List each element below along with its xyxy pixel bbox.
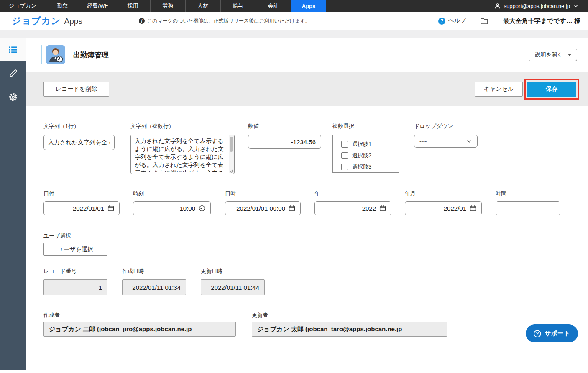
field-year: 年 2022 — [314, 190, 391, 215]
divider — [473, 16, 473, 26]
date-input[interactable]: 2022/01/01 — [43, 201, 120, 215]
field-duration: 時間 — [496, 190, 560, 215]
field-year-month: 年月 2022/01 — [405, 190, 482, 215]
screen: ジョブカン 勤怠 経費/WF 採用 労務 人材 給与 会計 Apps suppo… — [0, 0, 588, 373]
top-nav: ジョブカン 勤怠 経費/WF 採用 労務 人材 給与 会計 Apps suppo… — [0, 0, 588, 12]
chevron-down-icon — [466, 138, 472, 144]
nav-tab-jinzai[interactable]: 人材 — [186, 0, 221, 12]
dropdown-select[interactable]: ---- — [414, 135, 478, 148]
nav-tab-kintai[interactable]: 勤怠 — [45, 0, 80, 12]
checkbox-option-1[interactable]: 選択肢1 — [341, 141, 399, 148]
field-label: 日時 — [225, 190, 301, 197]
field-label: 年 — [314, 190, 391, 197]
time-input[interactable]: 10:00 — [133, 201, 211, 215]
calendar-icon[interactable] — [379, 204, 386, 212]
account-menu[interactable]: support@apps.jobcan.ne.jp — [494, 0, 588, 12]
beta-note-text: このマークのついた機能は、正式版リリース後にご利用いただけます。 — [147, 18, 310, 25]
field-text-multi: 文字列（複数行） 入力された文字列を全て表示するように縦に広がる。入力された文字… — [130, 123, 235, 174]
checkbox-option-3[interactable]: 選択肢3 — [341, 163, 399, 171]
year-input[interactable]: 2022 — [314, 201, 391, 215]
field-label: 複数選択 — [332, 123, 399, 130]
help-link[interactable]: ? ヘルプ — [438, 17, 466, 25]
description-toggle-label: 説明を開く — [535, 51, 562, 59]
sidebar-item-settings[interactable] — [0, 85, 26, 109]
support-button[interactable]: ? サポート — [526, 324, 578, 342]
beta-note: i このマークのついた機能は、正式版リリース後にご利用いただけます。 — [139, 18, 310, 25]
account-name[interactable]: 最大全角十字までです… 様 — [503, 17, 580, 25]
text-single-input[interactable] — [43, 135, 115, 150]
field-label: 時刻 — [133, 190, 211, 197]
logo-text-en: Apps — [64, 17, 82, 26]
sidebar-item-records[interactable] — [0, 38, 26, 61]
duration-input[interactable] — [496, 201, 560, 215]
user-icon — [494, 3, 501, 10]
clock-icon[interactable] — [198, 204, 206, 212]
field-text-single: 文字列（1行） — [43, 123, 115, 150]
calendar-icon[interactable] — [107, 204, 115, 212]
header-divider-band — [0, 30, 588, 38]
field-datetime: 日時 2022/01/01 00:00 — [225, 190, 301, 215]
nav-tab-kaikei[interactable]: 会計 — [256, 0, 291, 12]
nav-tab-keihi-wf[interactable]: 経費/WF — [80, 0, 115, 12]
field-label: ドロップダウン — [414, 123, 478, 130]
support-label: サポート — [545, 330, 570, 337]
textarea-scrollbar-thumb[interactable] — [230, 137, 233, 152]
nav-tab-jobcan[interactable]: ジョブカン — [0, 0, 45, 12]
question-circle-icon: ? — [534, 330, 541, 337]
divider — [496, 16, 496, 26]
nav-tab-apps[interactable]: Apps — [291, 0, 326, 12]
user-select-button[interactable]: ユーザを選択 — [43, 243, 107, 256]
app-header-right: ? ヘルプ 最大全角十字までです… 様 — [438, 16, 588, 26]
help-icon: ? — [438, 18, 445, 25]
field-label: 日付 — [43, 190, 120, 197]
field-dropdown: ドロップダウン ---- — [414, 123, 478, 148]
folder-icon[interactable] — [480, 16, 489, 26]
title-accent-bar — [41, 45, 42, 64]
updated-at-value: 2022/01/11 01:44 — [201, 279, 265, 295]
delete-record-button[interactable]: レコードを削除 — [43, 82, 109, 97]
field-user-select: ユーザ選択 ユーザを選択 — [43, 232, 107, 256]
number-input[interactable] — [248, 135, 321, 149]
checkbox-icon[interactable] — [341, 141, 348, 148]
year-month-input[interactable]: 2022/01 — [405, 201, 482, 215]
checkbox-label: 選択肢2 — [352, 152, 371, 159]
record-number-value: 1 — [43, 279, 107, 295]
field-created-at: 作成日時 2022/01/11 01:34 — [122, 268, 186, 295]
description-toggle-button[interactable]: 説明を開く — [529, 49, 577, 61]
field-label: 数値 — [248, 123, 321, 130]
multiline-textarea[interactable]: 入力された文字列を全て表示するように縦に広がる。入力された文字列を全て表示するよ… — [130, 135, 235, 174]
field-label: ユーザ選択 — [43, 232, 107, 239]
nav-tab-roumu[interactable]: 労務 — [151, 0, 186, 12]
time-value: 10:00 — [179, 205, 195, 212]
pencil-icon — [8, 68, 19, 79]
checkbox-option-2[interactable]: 選択肢2 — [341, 152, 399, 159]
textarea-resize-handle[interactable] — [229, 169, 233, 173]
created-by-value: ジョブカン 二郎 (jobcan_jiro@apps.jobcan.ne.jp — [43, 322, 236, 337]
sidebar-item-edit[interactable] — [0, 61, 26, 85]
nav-tab-kyuyo[interactable]: 給与 — [221, 0, 256, 12]
save-button[interactable]: 保存 — [527, 82, 576, 97]
sidebar — [0, 38, 26, 370]
page-title-row: 出勤簿管理 説明を開く — [26, 38, 588, 72]
cancel-button[interactable]: キャンセル — [475, 82, 523, 97]
field-label: 作成日時 — [122, 268, 186, 275]
checkbox-label: 選択肢1 — [352, 141, 371, 148]
datetime-value: 2022/01/01 00:00 — [236, 205, 285, 212]
field-label: 文字列（複数行） — [130, 123, 235, 130]
textarea-scrollbar-track[interactable] — [229, 135, 234, 173]
datetime-input[interactable]: 2022/01/01 00:00 — [225, 201, 301, 215]
calendar-icon[interactable] — [288, 204, 296, 212]
app-icon — [46, 45, 65, 64]
nav-tab-saiyo[interactable]: 採用 — [115, 0, 151, 12]
checkbox-icon[interactable] — [341, 164, 348, 170]
page-title: 出勤簿管理 — [73, 50, 109, 60]
date-value: 2022/01/01 — [73, 205, 104, 212]
field-label: 作成者 — [43, 312, 236, 319]
calendar-icon[interactable] — [469, 204, 477, 212]
checkbox-icon[interactable] — [341, 152, 348, 159]
info-icon: i — [139, 18, 145, 24]
field-label: 時間 — [496, 190, 560, 197]
field-label: レコード番号 — [43, 268, 107, 275]
app-logo[interactable]: ジョブカン Apps — [12, 15, 82, 27]
field-record-number: レコード番号 1 — [43, 268, 107, 295]
